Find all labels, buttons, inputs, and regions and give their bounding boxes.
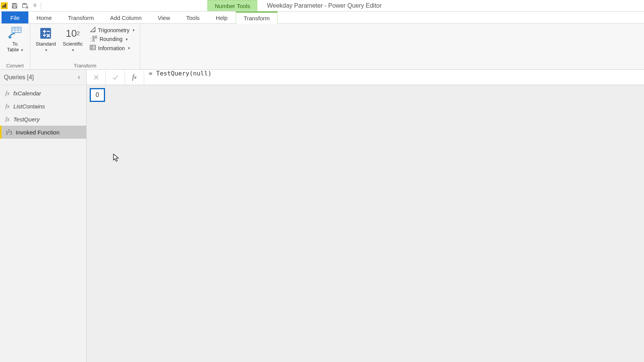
tab-add-column[interactable]: Add Column — [102, 11, 150, 23]
tab-home[interactable]: Home — [28, 11, 60, 23]
query-label: fxCalendar — [13, 90, 41, 97]
svg-rect-20 — [90, 45, 95, 50]
tab-tools[interactable]: Tools — [178, 11, 208, 23]
query-label: ListContains — [13, 103, 45, 110]
to-table-label: To Table ▾ — [7, 41, 23, 53]
ribbon-group-convert: To Table ▾ Convert — [0, 24, 30, 69]
tab-file[interactable]: File — [2, 11, 28, 23]
svg-rect-5 — [24, 3, 25, 5]
query-item-listcontains[interactable]: fx ListContains — [0, 100, 86, 113]
to-table-button[interactable]: To Table ▾ — [4, 25, 26, 54]
scientific-icon: 102 — [65, 26, 80, 41]
result-area: 0 — [87, 85, 644, 362]
rounding-icon: .00.0 — [90, 36, 97, 42]
tab-help[interactable]: Help — [208, 11, 236, 23]
tab-view[interactable]: View — [150, 11, 178, 23]
information-label: Information — [98, 45, 125, 51]
title-bar: Number Tools Weekday Parameter - Power Q… — [0, 0, 644, 11]
standard-label: Standard — [36, 41, 56, 47]
formula-bar: fx = TestQuery(null) — [87, 70, 644, 85]
queries-header-label: Queries [4] — [4, 74, 34, 81]
qat-dropdown-icon[interactable] — [32, 2, 38, 10]
queries-list: fx fxCalendar fx ListContains fx TestQue… — [0, 85, 86, 139]
quick-access-toolbar — [0, 0, 41, 11]
window-title: Weekday Parameter - Power Query Editor — [267, 2, 381, 9]
query-item-testquery[interactable]: fx TestQuery — [0, 113, 86, 126]
collapse-pane-icon[interactable]: ‹ — [76, 72, 82, 82]
svg-rect-3 — [13, 3, 15, 5]
main-pane: fx = TestQuery(null) 0 — [87, 70, 644, 362]
svg-rect-2 — [5, 3, 6, 8]
information-button[interactable]: Information ▾ — [88, 44, 136, 52]
ribbon-group-transform: Standard▾ 102 Scientific▾ Trigonometry ▾… — [30, 24, 140, 69]
scientific-button[interactable]: 102 Scientific▾ — [61, 25, 84, 54]
svg-rect-1 — [4, 5, 5, 8]
queries-pane: Queries [4] ‹ fx fxCalendar fx ListConta… — [0, 70, 87, 362]
scientific-label: Scientific — [63, 41, 83, 47]
query-item-fxcalendar[interactable]: fx fxCalendar — [0, 87, 86, 100]
standard-button[interactable]: Standard▾ — [34, 25, 58, 54]
function-icon: fx — [5, 90, 10, 97]
function-icon: fx — [5, 116, 10, 123]
svg-point-16 — [44, 34, 45, 35]
queries-header: Queries [4] ‹ — [0, 70, 86, 85]
rounding-label: Rounding — [100, 36, 123, 42]
trigonometry-button[interactable]: Trigonometry ▾ — [88, 26, 136, 34]
svg-rect-6 — [12, 27, 21, 33]
app-icon — [1, 2, 8, 9]
result-value-cell[interactable]: 0 — [90, 88, 105, 102]
title-center: Number Tools Weekday Parameter - Power Q… — [41, 0, 548, 11]
group-label-convert: Convert — [4, 62, 26, 69]
workspace: Queries [4] ‹ fx fxCalendar fx ListConta… — [0, 70, 644, 362]
formula-cancel-button[interactable] — [87, 70, 106, 85]
query-label: TestQuery — [13, 116, 40, 123]
group-label-transform: Transform — [34, 62, 136, 69]
ribbon-tabs: File Home Transform Add Column View Tool… — [0, 11, 644, 24]
trigonometry-label: Trigonometry — [98, 27, 130, 33]
formula-input[interactable]: = TestQuery(null) — [144, 70, 644, 85]
save-icon[interactable] — [11, 2, 18, 10]
tab-transform[interactable]: Transform — [60, 11, 102, 23]
query-label: Invoked Function — [16, 129, 59, 136]
formula-commit-button[interactable] — [106, 70, 125, 85]
svg-point-17 — [44, 36, 45, 37]
information-icon — [90, 44, 96, 52]
query-item-invoked-function[interactable]: 123 Invoked Function — [0, 126, 86, 139]
tab-context-transform[interactable]: Transform — [236, 11, 278, 24]
trigonometry-icon — [90, 26, 96, 34]
number-type-icon: 123 — [5, 129, 12, 136]
rounding-button[interactable]: .00.0 Rounding ▾ — [88, 36, 136, 43]
save-as-icon[interactable] — [21, 2, 29, 10]
svg-rect-4 — [13, 6, 16, 8]
standard-icon — [38, 26, 53, 41]
function-icon: fx — [5, 103, 10, 110]
contextual-tool-label: Number Tools — [207, 0, 257, 11]
to-table-icon — [7, 26, 23, 41]
svg-rect-0 — [2, 6, 3, 8]
ribbon: To Table ▾ Convert — [0, 24, 644, 70]
fx-icon[interactable]: fx — [125, 70, 144, 85]
